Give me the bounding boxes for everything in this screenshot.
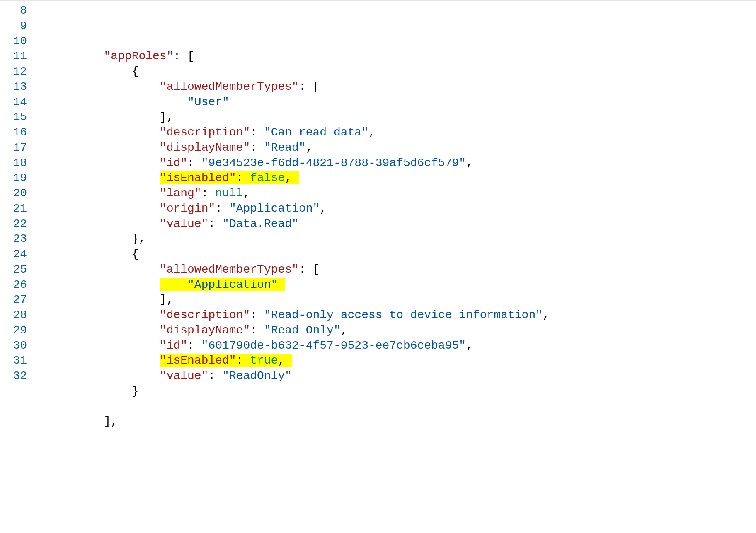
- code-token: ,: [243, 187, 250, 200]
- line-number: 19: [0, 171, 27, 186]
- code-token: ,: [368, 126, 376, 139]
- code-line[interactable]: "id": "601790de-b632-4f57-9523-ee7cb6ceb…: [48, 338, 756, 354]
- line-number: 9: [0, 19, 27, 34]
- code-token: "Read-only access to device information": [264, 309, 543, 321]
- code-line[interactable]: "allowedMemberTypes": [: [48, 80, 756, 95]
- code-token: :: [208, 217, 222, 230]
- line-number: 28: [0, 308, 27, 323]
- code-token: ,: [278, 354, 285, 367]
- line-number: 22: [0, 217, 27, 232]
- code-line[interactable]: }: [48, 384, 756, 399]
- code-token: ],: [104, 415, 118, 428]
- code-token: "User": [187, 96, 229, 109]
- code-token: :: [250, 126, 264, 139]
- code-token: "description": [160, 309, 250, 321]
- highlight: "isEnabled": true,: [160, 354, 292, 367]
- code-token: "isEnabled": [160, 171, 236, 184]
- code-token: :: [187, 157, 201, 169]
- code-token: "Application": [187, 278, 278, 291]
- code-token: false: [250, 171, 285, 184]
- code-token: "Read Only": [264, 324, 341, 337]
- code-line[interactable]: "appRoles": [: [48, 49, 756, 64]
- code-token: "id": [160, 157, 187, 169]
- code-line[interactable]: [48, 399, 756, 415]
- code-token: :: [236, 171, 250, 184]
- code-token: "value": [160, 217, 208, 230]
- code-token: "9e34523e-f6dd-4821-8788-39af5d6cf579": [201, 157, 466, 169]
- line-number: 15: [0, 110, 27, 125]
- code-token: }: [132, 385, 139, 398]
- code-token: "lang": [160, 187, 201, 200]
- code-line[interactable]: "lang": null,: [48, 186, 756, 201]
- code-token: ,: [306, 141, 313, 154]
- line-number: 11: [0, 49, 27, 64]
- code-token: ,: [341, 324, 348, 337]
- line-number: 17: [0, 140, 27, 156]
- code-token: : [: [173, 50, 194, 63]
- code-line[interactable]: "description": "Can read data",: [48, 125, 756, 140]
- line-number: 12: [0, 64, 27, 80]
- code-line[interactable]: ],: [48, 110, 756, 125]
- code-line[interactable]: "allowedMemberTypes": [: [48, 262, 756, 277]
- code-line[interactable]: "value": "ReadOnly": [48, 369, 756, 384]
- code-line[interactable]: "displayName": "Read Only",: [48, 323, 756, 338]
- code-token: ,: [320, 202, 327, 215]
- code-token: true: [250, 354, 278, 367]
- code-line[interactable]: {: [48, 247, 756, 262]
- line-number: 30: [0, 338, 27, 354]
- line-number: 18: [0, 156, 27, 171]
- code-line[interactable]: ],: [48, 414, 756, 429]
- code-token: {: [132, 248, 139, 260]
- code-token: "Data.Read": [222, 217, 299, 230]
- line-number: 21: [0, 201, 27, 217]
- code-line[interactable]: "value": "Data.Read": [48, 217, 756, 232]
- code-line[interactable]: "Application": [48, 277, 756, 293]
- code-token: "id": [160, 339, 187, 352]
- code-token: : [: [299, 263, 320, 276]
- code-token: "Read": [264, 141, 306, 154]
- code-token: :: [250, 324, 264, 337]
- code-token: :: [250, 141, 264, 154]
- code-token: "allowedMemberTypes": [160, 263, 299, 276]
- code-token: :: [187, 339, 201, 352]
- code-token: ,: [285, 171, 292, 184]
- line-number: 23: [0, 232, 27, 247]
- code-token: ],: [160, 111, 174, 123]
- code-token: :: [215, 202, 229, 215]
- code-token: "Can read data": [264, 126, 368, 139]
- code-line[interactable]: "id": "9e34523e-f6dd-4821-8788-39af5d6cf…: [48, 156, 756, 171]
- line-number: 29: [0, 323, 27, 338]
- code-line[interactable]: "isEnabled": true,: [48, 353, 756, 369]
- code-token: "description": [160, 126, 250, 139]
- highlight: "Application": [160, 278, 285, 291]
- code-token: :: [250, 309, 264, 321]
- line-number-gutter: 8910111213141516171819202122232425262728…: [0, 3, 39, 533]
- code-token: "isEnabled": [160, 354, 236, 367]
- code-token: ,: [466, 157, 473, 169]
- line-number: 20: [0, 186, 27, 201]
- code-token: ,: [466, 339, 473, 352]
- line-number: 25: [0, 262, 27, 277]
- highlight: "isEnabled": false,: [160, 171, 299, 184]
- code-token: :: [236, 354, 250, 367]
- code-line[interactable]: ],: [48, 292, 756, 308]
- code-area[interactable]: "appRoles": [ { "allowedMemberTypes": [ …: [39, 3, 756, 533]
- code-line[interactable]: "isEnabled": false,: [48, 171, 756, 186]
- line-number: 8: [0, 3, 27, 19]
- line-number: 26: [0, 277, 27, 293]
- code-line[interactable]: "description": "Read-only access to devi…: [48, 308, 756, 323]
- code-line[interactable]: },: [48, 232, 756, 247]
- code-line[interactable]: "User": [48, 95, 756, 110]
- code-line[interactable]: "origin": "Application",: [48, 201, 756, 217]
- code-token: ],: [160, 293, 174, 306]
- code-token: "601790de-b632-4f57-9523-ee7cb6ceba95": [201, 339, 466, 352]
- line-number: 16: [0, 125, 27, 140]
- code-line[interactable]: "displayName": "Read",: [48, 140, 756, 156]
- line-number: 14: [0, 95, 27, 110]
- code-token: :: [208, 369, 222, 382]
- code-token: : [: [299, 80, 320, 93]
- code-editor[interactable]: 8910111213141516171819202122232425262728…: [0, 0, 756, 533]
- code-line[interactable]: {: [48, 64, 756, 80]
- code-token: "ReadOnly": [222, 369, 292, 382]
- line-number: 13: [0, 80, 27, 95]
